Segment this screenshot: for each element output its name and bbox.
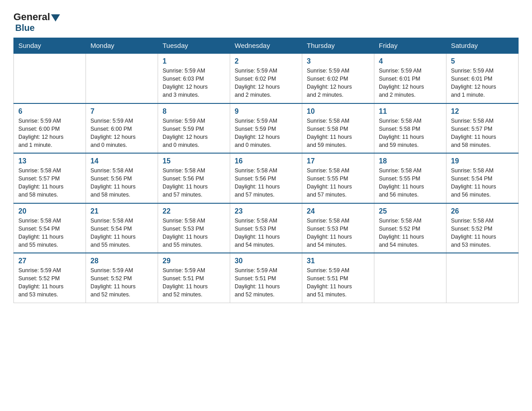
calendar-cell: 19Sunrise: 5:58 AM Sunset: 5:54 PM Dayli… xyxy=(446,153,519,203)
day-info: Sunrise: 5:59 AM Sunset: 6:02 PM Dayligh… xyxy=(307,67,369,99)
day-number: 27 xyxy=(18,257,81,265)
calendar-week-row: 1Sunrise: 5:59 AM Sunset: 6:03 PM Daylig… xyxy=(14,53,519,103)
day-info: Sunrise: 5:59 AM Sunset: 5:52 PM Dayligh… xyxy=(90,266,153,299)
calendar-week-row: 20Sunrise: 5:58 AM Sunset: 5:54 PM Dayli… xyxy=(14,203,519,253)
day-number: 6 xyxy=(18,107,81,116)
day-info: Sunrise: 5:58 AM Sunset: 5:58 PM Dayligh… xyxy=(307,117,369,150)
day-number: 15 xyxy=(163,157,225,165)
day-info: Sunrise: 5:59 AM Sunset: 5:59 PM Dayligh… xyxy=(163,117,225,150)
calendar-cell: 24Sunrise: 5:58 AM Sunset: 5:53 PM Dayli… xyxy=(302,203,374,253)
day-number: 2 xyxy=(235,57,297,65)
day-number: 8 xyxy=(163,107,225,116)
calendar-header-tuesday: Tuesday xyxy=(158,38,230,54)
calendar-header-row: SundayMondayTuesdayWednesdayThursdayFrid… xyxy=(14,38,519,54)
calendar-cell: 30Sunrise: 5:59 AM Sunset: 5:51 PM Dayli… xyxy=(230,253,302,303)
day-info: Sunrise: 5:59 AM Sunset: 6:00 PM Dayligh… xyxy=(90,117,153,150)
calendar-header-sunday: Sunday xyxy=(14,38,86,54)
calendar-cell: 16Sunrise: 5:58 AM Sunset: 5:56 PM Dayli… xyxy=(230,153,302,203)
calendar-cell: 17Sunrise: 5:58 AM Sunset: 5:55 PM Dayli… xyxy=(302,153,374,203)
calendar-cell: 18Sunrise: 5:58 AM Sunset: 5:55 PM Dayli… xyxy=(374,153,446,203)
day-number: 24 xyxy=(307,207,369,215)
day-number: 19 xyxy=(451,157,514,165)
calendar-cell: 31Sunrise: 5:59 AM Sunset: 5:51 PM Dayli… xyxy=(302,253,374,303)
day-number: 5 xyxy=(451,57,514,65)
day-info: Sunrise: 5:58 AM Sunset: 5:57 PM Dayligh… xyxy=(18,167,81,199)
day-info: Sunrise: 5:58 AM Sunset: 5:57 PM Dayligh… xyxy=(451,117,514,150)
day-info: Sunrise: 5:59 AM Sunset: 6:01 PM Dayligh… xyxy=(379,67,442,99)
day-number: 3 xyxy=(307,57,369,65)
day-info: Sunrise: 5:58 AM Sunset: 5:54 PM Dayligh… xyxy=(18,217,81,249)
day-number: 17 xyxy=(307,157,369,165)
day-info: Sunrise: 5:58 AM Sunset: 5:52 PM Dayligh… xyxy=(451,217,514,249)
day-info: Sunrise: 5:58 AM Sunset: 5:54 PM Dayligh… xyxy=(451,167,514,199)
calendar-cell: 28Sunrise: 5:59 AM Sunset: 5:52 PM Dayli… xyxy=(86,253,158,303)
page-header: General Blue xyxy=(13,9,519,33)
logo-blue-text: Blue xyxy=(15,23,34,33)
day-info: Sunrise: 5:58 AM Sunset: 5:54 PM Dayligh… xyxy=(90,217,153,249)
day-number: 16 xyxy=(235,157,297,165)
calendar-header-friday: Friday xyxy=(374,38,446,54)
calendar-cell: 10Sunrise: 5:58 AM Sunset: 5:58 PM Dayli… xyxy=(302,103,374,154)
calendar-cell: 12Sunrise: 5:58 AM Sunset: 5:57 PM Dayli… xyxy=(446,103,519,154)
day-info: Sunrise: 5:58 AM Sunset: 5:56 PM Dayligh… xyxy=(163,167,225,199)
day-number: 11 xyxy=(379,107,442,116)
day-number: 28 xyxy=(90,257,153,265)
day-number: 25 xyxy=(379,207,442,215)
day-info: Sunrise: 5:59 AM Sunset: 5:51 PM Dayligh… xyxy=(163,266,225,299)
calendar-cell xyxy=(14,53,86,103)
day-info: Sunrise: 5:59 AM Sunset: 5:51 PM Dayligh… xyxy=(307,266,369,299)
calendar-header-wednesday: Wednesday xyxy=(230,38,302,54)
calendar-cell: 3Sunrise: 5:59 AM Sunset: 6:02 PM Daylig… xyxy=(302,53,374,103)
calendar-cell: 25Sunrise: 5:58 AM Sunset: 5:52 PM Dayli… xyxy=(374,203,446,253)
calendar-cell: 2Sunrise: 5:59 AM Sunset: 6:02 PM Daylig… xyxy=(230,53,302,103)
calendar-header-thursday: Thursday xyxy=(302,38,374,54)
day-info: Sunrise: 5:59 AM Sunset: 6:00 PM Dayligh… xyxy=(18,117,81,150)
calendar-header-monday: Monday xyxy=(86,38,158,54)
day-info: Sunrise: 5:59 AM Sunset: 6:02 PM Dayligh… xyxy=(235,67,297,99)
day-info: Sunrise: 5:58 AM Sunset: 5:58 PM Dayligh… xyxy=(379,117,442,150)
logo-general-text: General xyxy=(13,11,50,23)
logo: General Blue xyxy=(13,9,60,33)
calendar-cell: 5Sunrise: 5:59 AM Sunset: 6:01 PM Daylig… xyxy=(446,53,519,103)
calendar-cell: 26Sunrise: 5:58 AM Sunset: 5:52 PM Dayli… xyxy=(446,203,519,253)
day-number: 10 xyxy=(307,107,369,116)
day-number: 4 xyxy=(379,57,442,65)
calendar-cell: 13Sunrise: 5:58 AM Sunset: 5:57 PM Dayli… xyxy=(14,153,86,203)
calendar-week-row: 27Sunrise: 5:59 AM Sunset: 5:52 PM Dayli… xyxy=(14,253,519,303)
day-info: Sunrise: 5:58 AM Sunset: 5:53 PM Dayligh… xyxy=(163,217,225,249)
calendar-cell: 27Sunrise: 5:59 AM Sunset: 5:52 PM Dayli… xyxy=(14,253,86,303)
day-info: Sunrise: 5:58 AM Sunset: 5:56 PM Dayligh… xyxy=(90,167,153,199)
day-number: 12 xyxy=(451,107,514,116)
day-number: 23 xyxy=(235,207,297,215)
calendar-cell: 6Sunrise: 5:59 AM Sunset: 6:00 PM Daylig… xyxy=(14,103,86,154)
day-number: 18 xyxy=(379,157,442,165)
calendar-week-row: 13Sunrise: 5:58 AM Sunset: 5:57 PM Dayli… xyxy=(14,153,519,203)
calendar-cell xyxy=(374,253,446,303)
day-number: 21 xyxy=(90,207,153,215)
day-number: 7 xyxy=(90,107,153,116)
day-number: 30 xyxy=(235,257,297,265)
day-info: Sunrise: 5:58 AM Sunset: 5:55 PM Dayligh… xyxy=(307,167,369,199)
day-number: 22 xyxy=(163,207,225,215)
calendar-cell: 8Sunrise: 5:59 AM Sunset: 5:59 PM Daylig… xyxy=(158,103,230,154)
day-info: Sunrise: 5:59 AM Sunset: 6:01 PM Dayligh… xyxy=(451,67,514,99)
day-info: Sunrise: 5:58 AM Sunset: 5:53 PM Dayligh… xyxy=(235,217,297,249)
calendar-table: SundayMondayTuesdayWednesdayThursdayFrid… xyxy=(13,38,519,303)
day-info: Sunrise: 5:58 AM Sunset: 5:56 PM Dayligh… xyxy=(235,167,297,199)
calendar-cell: 9Sunrise: 5:59 AM Sunset: 5:59 PM Daylig… xyxy=(230,103,302,154)
day-info: Sunrise: 5:59 AM Sunset: 5:51 PM Dayligh… xyxy=(235,266,297,299)
calendar-cell xyxy=(86,53,158,103)
calendar-cell xyxy=(446,253,519,303)
day-number: 20 xyxy=(18,207,81,215)
day-number: 9 xyxy=(235,107,297,116)
calendar-cell: 4Sunrise: 5:59 AM Sunset: 6:01 PM Daylig… xyxy=(374,53,446,103)
day-info: Sunrise: 5:59 AM Sunset: 5:52 PM Dayligh… xyxy=(18,266,81,299)
day-info: Sunrise: 5:59 AM Sunset: 6:03 PM Dayligh… xyxy=(163,67,225,99)
calendar-cell: 29Sunrise: 5:59 AM Sunset: 5:51 PM Dayli… xyxy=(158,253,230,303)
day-info: Sunrise: 5:58 AM Sunset: 5:53 PM Dayligh… xyxy=(307,217,369,249)
calendar-week-row: 6Sunrise: 5:59 AM Sunset: 6:00 PM Daylig… xyxy=(14,103,519,154)
calendar-cell: 22Sunrise: 5:58 AM Sunset: 5:53 PM Dayli… xyxy=(158,203,230,253)
calendar-cell: 20Sunrise: 5:58 AM Sunset: 5:54 PM Dayli… xyxy=(14,203,86,253)
calendar-cell: 23Sunrise: 5:58 AM Sunset: 5:53 PM Dayli… xyxy=(230,203,302,253)
calendar-cell: 15Sunrise: 5:58 AM Sunset: 5:56 PM Dayli… xyxy=(158,153,230,203)
